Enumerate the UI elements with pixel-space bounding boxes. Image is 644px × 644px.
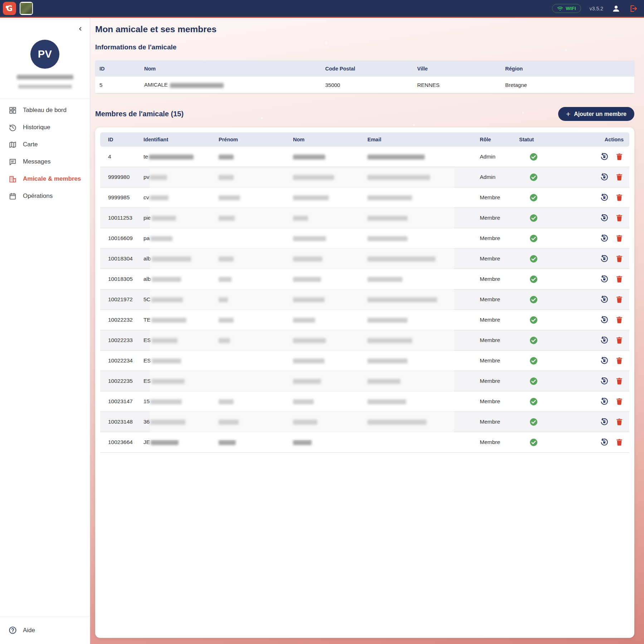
- member-identifiant-prefix: te: [143, 153, 148, 160]
- reset-password-icon[interactable]: [600, 274, 609, 284]
- reset-password-icon[interactable]: [600, 213, 609, 223]
- member-identifiant: 5C: [136, 296, 211, 303]
- version-label: v3.5.2: [590, 6, 603, 11]
- reset-password-icon[interactable]: [600, 234, 609, 243]
- sidebar-item-messages[interactable]: Messages: [0, 153, 90, 170]
- status-active-icon: [529, 418, 538, 426]
- member-prenom: [211, 296, 285, 303]
- sidebar-nav: Tableau de bord Historique: [0, 99, 90, 205]
- delete-member-icon[interactable]: [615, 397, 624, 406]
- redact-prenom: [219, 175, 234, 180]
- delete-member-icon[interactable]: [615, 377, 624, 385]
- column-header-code-postal: Code Postal: [321, 66, 413, 72]
- user-account-icon[interactable]: [612, 4, 620, 13]
- redact-prenom: [219, 155, 234, 160]
- delete-member-icon[interactable]: [615, 193, 624, 202]
- table-row: 10022232 TE Membre: [100, 310, 629, 330]
- building-icon: [9, 175, 17, 183]
- member-status: [511, 356, 558, 365]
- reset-password-icon[interactable]: [600, 152, 609, 161]
- history-icon: [9, 123, 17, 132]
- member-role: Membre: [472, 194, 511, 201]
- dashboard-icon: [9, 106, 17, 114]
- sidebar-item-label: Tableau de bord: [23, 107, 67, 114]
- reset-password-icon[interactable]: [600, 356, 609, 365]
- member-identifiant-prefix: 15: [143, 398, 150, 404]
- reset-password-icon[interactable]: [600, 172, 609, 182]
- member-id: 10016609: [100, 235, 136, 241]
- table-row: 10021972 5C Membre: [100, 289, 629, 310]
- delete-member-icon[interactable]: [615, 295, 624, 304]
- delete-member-icon[interactable]: [615, 316, 624, 324]
- reset-password-icon[interactable]: [600, 254, 609, 263]
- redact-identifiant: [152, 358, 181, 364]
- app-thumbnail-image[interactable]: [20, 2, 33, 15]
- member-identifiant: pv: [136, 174, 211, 180]
- user-email-redacted: [0, 83, 90, 90]
- delete-member-icon[interactable]: [615, 438, 624, 447]
- member-actions: [558, 356, 629, 365]
- member-actions: [558, 274, 629, 284]
- sidebar-item-aide[interactable]: Aide: [0, 616, 90, 644]
- sidebar-item-historique[interactable]: Historique: [0, 119, 90, 136]
- redact-prenom: [219, 195, 240, 200]
- sidebar-item-operations[interactable]: Opérations: [0, 187, 90, 205]
- delete-member-icon[interactable]: [615, 356, 624, 365]
- delete-member-icon[interactable]: [615, 336, 624, 345]
- redact-identifiant: [149, 155, 194, 160]
- add-member-button[interactable]: + Ajouter un membre: [558, 107, 634, 121]
- member-actions: [558, 336, 629, 345]
- member-email: [360, 194, 472, 201]
- member-identifiant-prefix: alb: [143, 276, 151, 282]
- sidebar-collapse-icon[interactable]: ‹: [78, 24, 82, 33]
- member-nom: [285, 235, 360, 241]
- redact-nom: [293, 236, 326, 241]
- member-identifiant-prefix: pv: [143, 174, 149, 180]
- sidebar-item-carte[interactable]: Carte: [0, 136, 90, 153]
- status-active-icon: [529, 397, 538, 406]
- redact-email: [367, 379, 400, 384]
- redact-nom: [293, 318, 315, 323]
- delete-member-icon[interactable]: [615, 275, 624, 283]
- delete-member-icon[interactable]: [615, 214, 624, 222]
- member-identifiant: 36: [136, 419, 211, 425]
- redact-identifiant: [150, 399, 182, 404]
- reset-password-icon[interactable]: [600, 193, 609, 202]
- table-row: 10022235 ES Membre: [100, 371, 629, 391]
- member-actions: [558, 376, 629, 386]
- table-row: 10011253 pie Membre: [100, 208, 629, 228]
- member-actions: [558, 397, 629, 406]
- member-status: [511, 173, 558, 182]
- member-prenom: [211, 439, 285, 445]
- sidebar-item-amicale-membres[interactable]: Amicale & membres: [0, 170, 90, 187]
- amicale-nom: AMICALE: [140, 82, 321, 88]
- member-actions: [558, 213, 629, 223]
- avatar-initials: PV: [38, 48, 52, 60]
- reset-password-icon[interactable]: [600, 438, 609, 447]
- delete-member-icon[interactable]: [615, 173, 624, 181]
- member-status: [511, 418, 558, 426]
- sidebar-item-tableau-de-bord[interactable]: Tableau de bord: [0, 102, 90, 119]
- table-row: 10022234 ES Membre: [100, 351, 629, 371]
- reset-password-icon[interactable]: [600, 417, 609, 426]
- reset-password-icon[interactable]: [600, 397, 609, 406]
- delete-member-icon[interactable]: [615, 152, 624, 161]
- table-row: 4 te Admin: [100, 147, 629, 167]
- reset-password-icon[interactable]: [600, 295, 609, 304]
- delete-member-icon[interactable]: [615, 234, 624, 243]
- redact-identifiant: [151, 297, 183, 302]
- member-identifiant-prefix: alb: [143, 255, 151, 262]
- reset-password-icon[interactable]: [600, 315, 609, 325]
- app-logo-icon[interactable]: G: [3, 2, 16, 15]
- member-actions: [558, 417, 629, 426]
- redact-prenom: [219, 420, 239, 425]
- delete-member-icon[interactable]: [615, 418, 624, 426]
- logout-icon[interactable]: [629, 4, 638, 13]
- member-id: 9999980: [100, 174, 136, 180]
- reset-password-icon[interactable]: [600, 376, 609, 386]
- redact-nom: [293, 338, 326, 343]
- column-header-prenom: Prénom: [211, 137, 285, 142]
- delete-member-icon[interactable]: [615, 254, 624, 263]
- table-row: 9999985 cv Membre: [100, 187, 629, 208]
- reset-password-icon[interactable]: [600, 336, 609, 345]
